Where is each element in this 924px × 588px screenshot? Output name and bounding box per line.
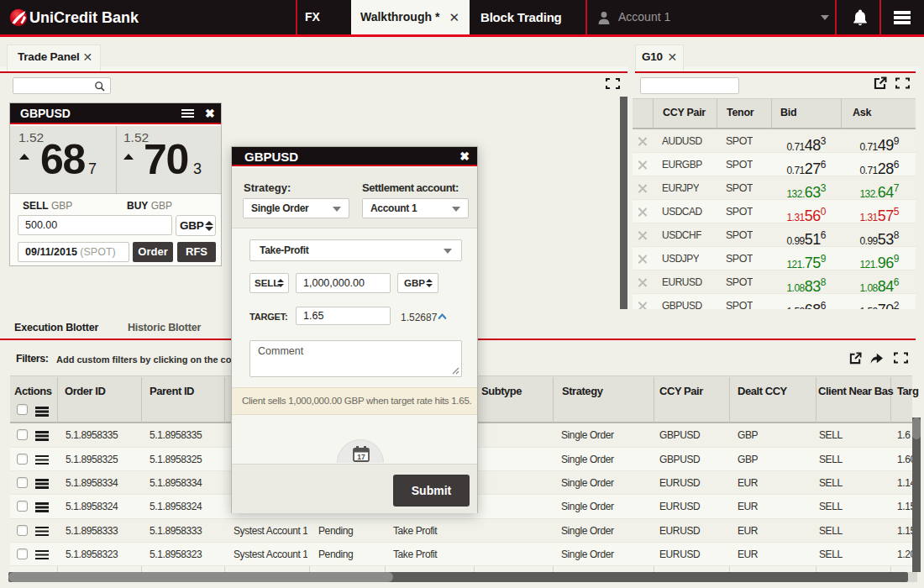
- svg-text:17: 17: [357, 453, 365, 461]
